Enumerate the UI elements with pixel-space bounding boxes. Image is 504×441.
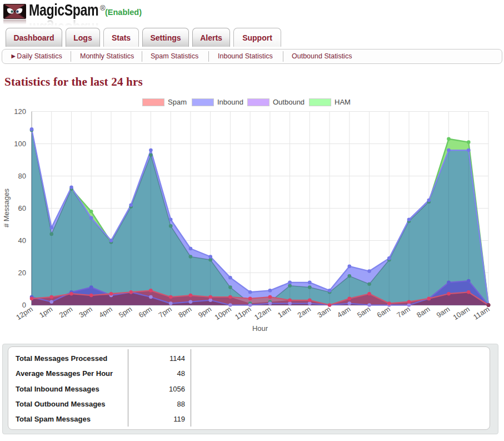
svg-text:100: 100 [14, 140, 26, 148]
svg-text:4am: 4am [336, 305, 352, 319]
svg-text:9am: 9am [435, 305, 451, 319]
svg-text:3pm: 3pm [77, 305, 93, 319]
svg-text:1am: 1am [276, 305, 292, 319]
svg-text:# Messages: # Messages [2, 188, 11, 227]
svg-text:6pm: 6pm [137, 305, 153, 319]
svg-text:4pm: 4pm [97, 305, 113, 319]
svg-text:12am: 12am [253, 305, 272, 321]
svg-text:9pm: 9pm [197, 305, 213, 319]
svg-text:1pm: 1pm [38, 305, 54, 319]
svg-text:8pm: 8pm [177, 305, 193, 319]
svg-text:40: 40 [18, 236, 26, 245]
svg-text:3am: 3am [316, 305, 332, 319]
svg-text:60: 60 [18, 204, 26, 212]
svg-text:11pm: 11pm [233, 305, 253, 321]
svg-text:2am: 2am [296, 305, 312, 319]
svg-text:7am: 7am [395, 305, 411, 319]
svg-text:5pm: 5pm [117, 305, 133, 319]
svg-text:20: 20 [18, 269, 26, 277]
svg-text:7pm: 7pm [157, 305, 173, 319]
svg-text:5am: 5am [356, 305, 372, 319]
svg-text:120: 120 [14, 107, 26, 116]
svg-text:Hour: Hour [252, 324, 268, 333]
svg-text:10pm: 10pm [213, 305, 233, 321]
svg-text:11am: 11am [472, 305, 491, 321]
svg-text:8am: 8am [415, 305, 431, 319]
svg-text:10am: 10am [451, 305, 471, 321]
svg-text:2pm: 2pm [58, 305, 74, 319]
svg-text:6am: 6am [376, 305, 392, 319]
svg-text:80: 80 [18, 172, 26, 180]
